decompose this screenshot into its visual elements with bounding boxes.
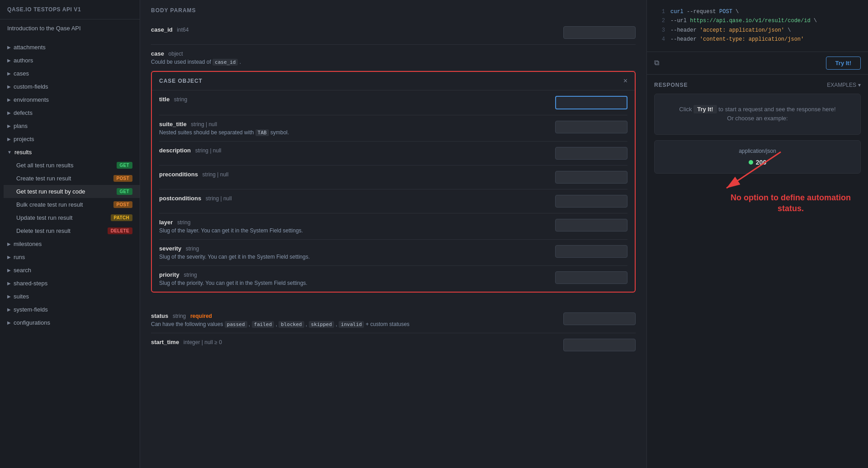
chevron-down-icon: ▼ bbox=[7, 150, 12, 155]
response-placeholder: Click Try It! to start a request and see… bbox=[654, 94, 861, 135]
sidebar-group-environments[interactable]: ▶ environments bbox=[0, 93, 140, 106]
field-description-type: string | null bbox=[195, 147, 222, 154]
param-status-input[interactable] bbox=[563, 312, 636, 325]
field-layer-input[interactable] bbox=[555, 219, 627, 232]
annotation-text: No option to define automation status. bbox=[725, 193, 856, 214]
param-start-time-name: start_time bbox=[151, 339, 179, 345]
sidebar-group-milestones[interactable]: ▶ milestones bbox=[0, 237, 140, 251]
modal-field-priority-info: priority string Slug of the priority. Yo… bbox=[159, 271, 548, 286]
field-severity-type: string bbox=[186, 246, 199, 252]
field-priority-input[interactable] bbox=[555, 271, 627, 284]
chevron-right-icon: ▶ bbox=[7, 45, 11, 50]
sidebar-group-shared-steps[interactable]: ▶ shared-steps bbox=[0, 277, 140, 290]
field-description-name: description bbox=[159, 147, 191, 154]
code-line-2: 2 --url https://api.qase.io/v1/result/co… bbox=[654, 16, 861, 25]
code-block: 1 curl --request POST \ 2 --url https://… bbox=[647, 0, 868, 52]
chevron-right-icon: ▶ bbox=[7, 137, 11, 142]
field-preconditions-input[interactable] bbox=[555, 171, 627, 184]
copy-icon[interactable]: ⧉ bbox=[654, 59, 659, 67]
param-start-time-input[interactable] bbox=[563, 339, 636, 351]
sidebar-group-runs[interactable]: ▶ runs bbox=[0, 251, 140, 264]
chevron-right-icon: ▶ bbox=[7, 268, 11, 273]
sidebar-group-authors[interactable]: ▶ authors bbox=[0, 54, 140, 67]
svg-line-1 bbox=[726, 152, 781, 188]
code-line-4: 4 --header 'content-type: application/js… bbox=[654, 35, 861, 44]
app-title: QASE.IO TESTOPS API V1 bbox=[7, 6, 81, 13]
sidebar-item-create-result[interactable]: Create test run result POST bbox=[4, 172, 140, 185]
sidebar-group-projects[interactable]: ▶ projects bbox=[0, 132, 140, 146]
code-line-1: 1 curl --request POST \ bbox=[654, 7, 861, 16]
bottom-params: status string required Can have the foll… bbox=[140, 307, 646, 364]
chevron-right-icon: ▶ bbox=[7, 110, 11, 115]
field-suite-title-desc: Nested suites should be separated with T… bbox=[159, 129, 548, 136]
chevron-down-icon: ▾ bbox=[858, 82, 861, 88]
try-it-button[interactable]: Try It! bbox=[826, 57, 861, 70]
param-case-name: case bbox=[151, 50, 164, 57]
modal-close-button[interactable]: × bbox=[623, 77, 627, 85]
modal-field-postconditions: postconditions string | null bbox=[159, 189, 627, 213]
annotation-area: No option to define automation status. bbox=[654, 179, 861, 461]
chevron-right-icon: ▶ bbox=[7, 71, 11, 76]
field-priority-desc: Slug of the priority. You can get it in … bbox=[159, 280, 548, 286]
field-suite-title-input[interactable] bbox=[555, 121, 627, 133]
field-suite-title-name: suite_title bbox=[159, 121, 187, 128]
sidebar-section-nav: ▶ attachments ▶ authors ▶ cases ▶ custom… bbox=[0, 37, 140, 333]
sidebar-group-results[interactable]: ▼ results bbox=[0, 146, 140, 159]
sidebar-group-search[interactable]: ▶ search bbox=[0, 264, 140, 277]
param-status-info: status string required Can have the foll… bbox=[151, 312, 556, 327]
field-title-input[interactable] bbox=[555, 96, 627, 109]
modal-field-title-info: title string bbox=[159, 96, 548, 103]
chevron-right-icon: ▶ bbox=[7, 97, 11, 102]
badge-patch: PATCH bbox=[111, 214, 132, 221]
modal-field-severity-info: severity string Slug of the severity. Yo… bbox=[159, 245, 548, 260]
chevron-right-icon: ▶ bbox=[7, 123, 11, 128]
param-start-time-info: start_time integer | null ≥ 0 bbox=[151, 339, 556, 345]
modal-body: title string suite_title string | null N… bbox=[152, 90, 635, 292]
center-panel: BODY PARAMS case_id int64 case object Co… bbox=[140, 0, 646, 468]
sidebar-group-attachments[interactable]: ▶ attachments bbox=[0, 41, 140, 54]
badge-post: POST bbox=[113, 201, 132, 208]
field-severity-name: severity bbox=[159, 245, 181, 252]
sidebar-group-cases[interactable]: ▶ cases bbox=[0, 67, 140, 80]
sidebar: QASE.IO TESTOPS API V1 Introduction to t… bbox=[0, 0, 140, 468]
param-case-id-info: case_id int64 bbox=[151, 26, 556, 33]
try-it-inline-label: Try It! bbox=[693, 105, 717, 113]
modal-field-priority: priority string Slug of the priority. Yo… bbox=[159, 266, 627, 292]
sidebar-header: QASE.IO TESTOPS API V1 bbox=[0, 0, 140, 19]
body-params-section: BODY PARAMS case_id int64 case object Co… bbox=[140, 0, 646, 307]
field-preconditions-name: preconditions bbox=[159, 171, 198, 178]
chevron-right-icon: ▶ bbox=[7, 281, 11, 286]
field-severity-desc: Slug of the severity. You can get it in … bbox=[159, 254, 548, 260]
param-status-desc: Can have the following values passed , f… bbox=[151, 321, 556, 327]
param-start-time-row: start_time integer | null ≥ 0 bbox=[151, 333, 636, 357]
sidebar-item-bulk-create[interactable]: Bulk create test run result POST bbox=[4, 198, 140, 211]
field-suite-title-type: string | null bbox=[191, 121, 217, 128]
sidebar-group-plans[interactable]: ▶ plans bbox=[0, 119, 140, 132]
sidebar-item-update-result[interactable]: Update test run result PATCH bbox=[4, 211, 140, 224]
param-case-id-input[interactable] bbox=[563, 26, 636, 39]
param-case-id-name: case_id bbox=[151, 26, 173, 33]
sidebar-group-system-fields[interactable]: ▶ system-fields bbox=[0, 303, 140, 316]
sidebar-group-suites[interactable]: ▶ suites bbox=[0, 290, 140, 303]
annotation-arrow bbox=[681, 143, 835, 233]
field-postconditions-input[interactable] bbox=[555, 195, 627, 208]
sidebar-group-custom-fields[interactable]: ▶ custom-fields bbox=[0, 80, 140, 93]
try-it-bar: ⧉ Try It! bbox=[647, 52, 868, 75]
sidebar-item-delete-result[interactable]: Delete test run result DELETE bbox=[4, 224, 140, 237]
modal-field-title: title string bbox=[159, 90, 627, 115]
modal-field-layer-info: layer string Slug of the layer. You can … bbox=[159, 219, 548, 234]
param-status-required: required bbox=[190, 313, 212, 319]
panels-wrapper: BODY PARAMS case_id int64 case object Co… bbox=[140, 0, 868, 468]
sidebar-intro-link[interactable]: Introduction to the Qase API bbox=[0, 19, 140, 37]
field-description-input[interactable] bbox=[555, 147, 627, 160]
sidebar-item-get-result-by-code[interactable]: Get test run result by code GET bbox=[4, 185, 140, 198]
sidebar-item-get-all-results[interactable]: Get all test run results GET bbox=[4, 159, 140, 172]
examples-dropdown-button[interactable]: EXAMPLES ▾ bbox=[827, 82, 861, 88]
modal-title: CASE OBJECT bbox=[159, 78, 203, 84]
modal-field-suite-title: suite_title string | null Nested suites … bbox=[159, 115, 627, 142]
sidebar-group-configurations[interactable]: ▶ configurations bbox=[0, 316, 140, 329]
field-priority-type: string bbox=[184, 272, 197, 278]
modal-field-severity: severity string Slug of the severity. Yo… bbox=[159, 240, 627, 266]
sidebar-group-defects[interactable]: ▶ defects bbox=[0, 106, 140, 119]
field-severity-input[interactable] bbox=[555, 245, 627, 258]
